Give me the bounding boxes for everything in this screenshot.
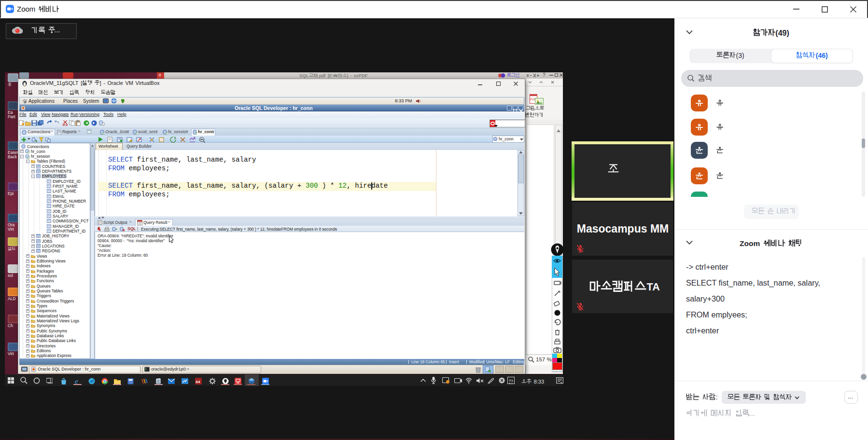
svg-text:]: ] <box>100 80 101 86</box>
svg-text:Zoom: Zoom <box>740 239 760 248</box>
svg-text:Zoom: Zoom <box>17 5 35 13</box>
svg-text:.pdf: .pdf <box>318 73 325 78</box>
svg-text:VirtualBox: VirtualBox <box>136 80 160 86</box>
svg-text:SQL: SQL <box>299 73 308 78</box>
svg-text:]: ] <box>347 73 349 78</box>
svg-text:VM: VM <box>126 80 134 86</box>
svg-text:Oracle: Oracle <box>108 80 123 86</box>
svg-text:8:33: 8:33 <box>534 379 544 385</box>
svg-text:[: [ <box>81 80 82 86</box>
svg-text:OracleVM_11gSQLT: OracleVM_11gSQLT <box>30 80 79 86</box>
svg-text:-: - <box>103 80 105 86</box>
svg-text:-: - <box>350 73 352 78</box>
svg-text:64: 64 <box>196 380 200 384</box>
svg-text::: : <box>716 393 718 401</box>
svg-text:ezPDF: ezPDF <box>354 73 368 78</box>
svg-text:[E:₩: [E:₩ <box>328 73 338 78</box>
